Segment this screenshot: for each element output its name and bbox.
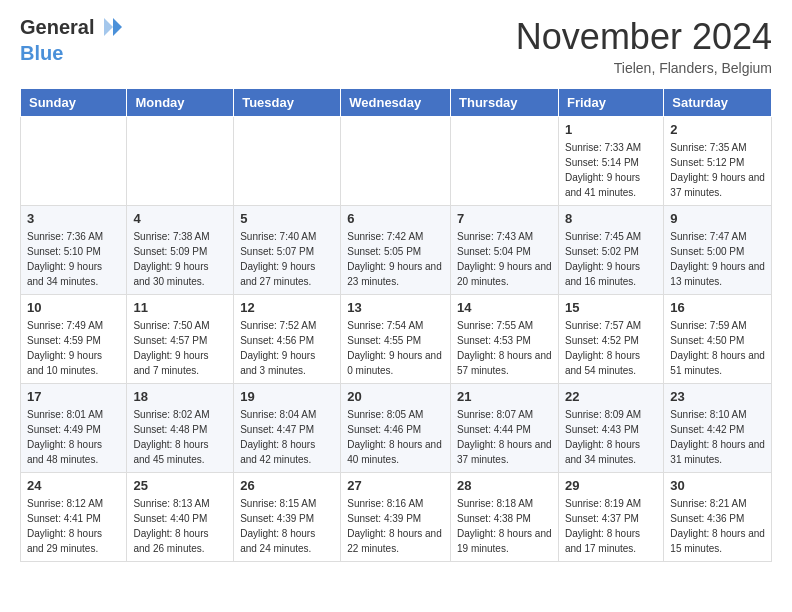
day-number: 30 bbox=[670, 478, 765, 493]
day-info: Sunrise: 8:19 AMSunset: 4:37 PMDaylight:… bbox=[565, 496, 657, 556]
day-number: 16 bbox=[670, 300, 765, 315]
day-info: Sunrise: 7:33 AMSunset: 5:14 PMDaylight:… bbox=[565, 140, 657, 200]
calendar-cell: 30Sunrise: 8:21 AMSunset: 4:36 PMDayligh… bbox=[664, 473, 772, 562]
calendar-cell: 11Sunrise: 7:50 AMSunset: 4:57 PMDayligh… bbox=[127, 295, 234, 384]
location: Tielen, Flanders, Belgium bbox=[516, 60, 772, 76]
day-info: Sunrise: 8:21 AMSunset: 4:36 PMDaylight:… bbox=[670, 496, 765, 556]
calendar-table: Sunday Monday Tuesday Wednesday Thursday… bbox=[20, 88, 772, 562]
day-number: 5 bbox=[240, 211, 334, 226]
logo-text: General Blue bbox=[20, 16, 124, 64]
day-number: 26 bbox=[240, 478, 334, 493]
day-info: Sunrise: 8:15 AMSunset: 4:39 PMDaylight:… bbox=[240, 496, 334, 556]
day-info: Sunrise: 7:59 AMSunset: 4:50 PMDaylight:… bbox=[670, 318, 765, 378]
calendar-cell: 4Sunrise: 7:38 AMSunset: 5:09 PMDaylight… bbox=[127, 206, 234, 295]
day-number: 20 bbox=[347, 389, 444, 404]
day-number: 23 bbox=[670, 389, 765, 404]
calendar-cell: 23Sunrise: 8:10 AMSunset: 4:42 PMDayligh… bbox=[664, 384, 772, 473]
calendar-cell: 20Sunrise: 8:05 AMSunset: 4:46 PMDayligh… bbox=[341, 384, 451, 473]
day-info: Sunrise: 7:43 AMSunset: 5:04 PMDaylight:… bbox=[457, 229, 552, 289]
day-info: Sunrise: 8:12 AMSunset: 4:41 PMDaylight:… bbox=[27, 496, 120, 556]
day-number: 2 bbox=[670, 122, 765, 137]
calendar-cell: 13Sunrise: 7:54 AMSunset: 4:55 PMDayligh… bbox=[341, 295, 451, 384]
day-info: Sunrise: 7:49 AMSunset: 4:59 PMDaylight:… bbox=[27, 318, 120, 378]
calendar-cell: 17Sunrise: 8:01 AMSunset: 4:49 PMDayligh… bbox=[21, 384, 127, 473]
calendar-cell: 10Sunrise: 7:49 AMSunset: 4:59 PMDayligh… bbox=[21, 295, 127, 384]
day-number: 8 bbox=[565, 211, 657, 226]
title-section: November 2024 Tielen, Flanders, Belgium bbox=[516, 16, 772, 76]
calendar-cell bbox=[127, 117, 234, 206]
svg-marker-1 bbox=[104, 18, 113, 36]
logo-content: General Blue bbox=[20, 16, 124, 64]
day-number: 4 bbox=[133, 211, 227, 226]
calendar-cell: 7Sunrise: 7:43 AMSunset: 5:04 PMDaylight… bbox=[451, 206, 559, 295]
day-info: Sunrise: 7:42 AMSunset: 5:05 PMDaylight:… bbox=[347, 229, 444, 289]
day-number: 28 bbox=[457, 478, 552, 493]
calendar-cell: 19Sunrise: 8:04 AMSunset: 4:47 PMDayligh… bbox=[234, 384, 341, 473]
logo-blue: Blue bbox=[20, 42, 124, 64]
day-info: Sunrise: 7:38 AMSunset: 5:09 PMDaylight:… bbox=[133, 229, 227, 289]
day-number: 29 bbox=[565, 478, 657, 493]
logo: General Blue bbox=[20, 16, 124, 64]
day-info: Sunrise: 8:09 AMSunset: 4:43 PMDaylight:… bbox=[565, 407, 657, 467]
day-number: 17 bbox=[27, 389, 120, 404]
day-info: Sunrise: 7:55 AMSunset: 4:53 PMDaylight:… bbox=[457, 318, 552, 378]
calendar-cell: 6Sunrise: 7:42 AMSunset: 5:05 PMDaylight… bbox=[341, 206, 451, 295]
calendar-cell: 2Sunrise: 7:35 AMSunset: 5:12 PMDaylight… bbox=[664, 117, 772, 206]
logo-flag-icon bbox=[102, 16, 124, 42]
day-number: 9 bbox=[670, 211, 765, 226]
calendar-cell bbox=[451, 117, 559, 206]
header: General Blue November 2024 bbox=[20, 16, 772, 76]
header-thursday: Thursday bbox=[451, 89, 559, 117]
day-number: 14 bbox=[457, 300, 552, 315]
day-number: 3 bbox=[27, 211, 120, 226]
calendar-cell: 25Sunrise: 8:13 AMSunset: 4:40 PMDayligh… bbox=[127, 473, 234, 562]
calendar-cell: 27Sunrise: 8:16 AMSunset: 4:39 PMDayligh… bbox=[341, 473, 451, 562]
day-number: 18 bbox=[133, 389, 227, 404]
calendar-cell bbox=[341, 117, 451, 206]
day-number: 11 bbox=[133, 300, 227, 315]
day-number: 25 bbox=[133, 478, 227, 493]
day-number: 7 bbox=[457, 211, 552, 226]
day-info: Sunrise: 7:54 AMSunset: 4:55 PMDaylight:… bbox=[347, 318, 444, 378]
day-info: Sunrise: 7:45 AMSunset: 5:02 PMDaylight:… bbox=[565, 229, 657, 289]
day-info: Sunrise: 8:02 AMSunset: 4:48 PMDaylight:… bbox=[133, 407, 227, 467]
calendar-cell: 28Sunrise: 8:18 AMSunset: 4:38 PMDayligh… bbox=[451, 473, 559, 562]
calendar-cell: 24Sunrise: 8:12 AMSunset: 4:41 PMDayligh… bbox=[21, 473, 127, 562]
calendar-header-row: Sunday Monday Tuesday Wednesday Thursday… bbox=[21, 89, 772, 117]
header-wednesday: Wednesday bbox=[341, 89, 451, 117]
calendar-week-4: 17Sunrise: 8:01 AMSunset: 4:49 PMDayligh… bbox=[21, 384, 772, 473]
header-sunday: Sunday bbox=[21, 89, 127, 117]
month-title: November 2024 bbox=[516, 16, 772, 58]
calendar-cell: 26Sunrise: 8:15 AMSunset: 4:39 PMDayligh… bbox=[234, 473, 341, 562]
day-number: 1 bbox=[565, 122, 657, 137]
calendar-cell bbox=[21, 117, 127, 206]
calendar-week-3: 10Sunrise: 7:49 AMSunset: 4:59 PMDayligh… bbox=[21, 295, 772, 384]
day-number: 12 bbox=[240, 300, 334, 315]
day-number: 27 bbox=[347, 478, 444, 493]
calendar-cell: 8Sunrise: 7:45 AMSunset: 5:02 PMDaylight… bbox=[558, 206, 663, 295]
day-info: Sunrise: 7:47 AMSunset: 5:00 PMDaylight:… bbox=[670, 229, 765, 289]
header-friday: Friday bbox=[558, 89, 663, 117]
day-info: Sunrise: 8:05 AMSunset: 4:46 PMDaylight:… bbox=[347, 407, 444, 467]
calendar-cell bbox=[234, 117, 341, 206]
day-number: 21 bbox=[457, 389, 552, 404]
calendar-cell: 3Sunrise: 7:36 AMSunset: 5:10 PMDaylight… bbox=[21, 206, 127, 295]
day-info: Sunrise: 8:16 AMSunset: 4:39 PMDaylight:… bbox=[347, 496, 444, 556]
day-info: Sunrise: 7:57 AMSunset: 4:52 PMDaylight:… bbox=[565, 318, 657, 378]
calendar-cell: 21Sunrise: 8:07 AMSunset: 4:44 PMDayligh… bbox=[451, 384, 559, 473]
header-saturday: Saturday bbox=[664, 89, 772, 117]
header-tuesday: Tuesday bbox=[234, 89, 341, 117]
day-number: 24 bbox=[27, 478, 120, 493]
day-info: Sunrise: 8:13 AMSunset: 4:40 PMDaylight:… bbox=[133, 496, 227, 556]
calendar-cell: 5Sunrise: 7:40 AMSunset: 5:07 PMDaylight… bbox=[234, 206, 341, 295]
calendar-cell: 16Sunrise: 7:59 AMSunset: 4:50 PMDayligh… bbox=[664, 295, 772, 384]
day-info: Sunrise: 8:10 AMSunset: 4:42 PMDaylight:… bbox=[670, 407, 765, 467]
day-info: Sunrise: 7:50 AMSunset: 4:57 PMDaylight:… bbox=[133, 318, 227, 378]
day-number: 10 bbox=[27, 300, 120, 315]
calendar-week-2: 3Sunrise: 7:36 AMSunset: 5:10 PMDaylight… bbox=[21, 206, 772, 295]
calendar-cell: 29Sunrise: 8:19 AMSunset: 4:37 PMDayligh… bbox=[558, 473, 663, 562]
calendar-cell: 12Sunrise: 7:52 AMSunset: 4:56 PMDayligh… bbox=[234, 295, 341, 384]
day-number: 22 bbox=[565, 389, 657, 404]
calendar-week-1: 1Sunrise: 7:33 AMSunset: 5:14 PMDaylight… bbox=[21, 117, 772, 206]
day-info: Sunrise: 7:36 AMSunset: 5:10 PMDaylight:… bbox=[27, 229, 120, 289]
